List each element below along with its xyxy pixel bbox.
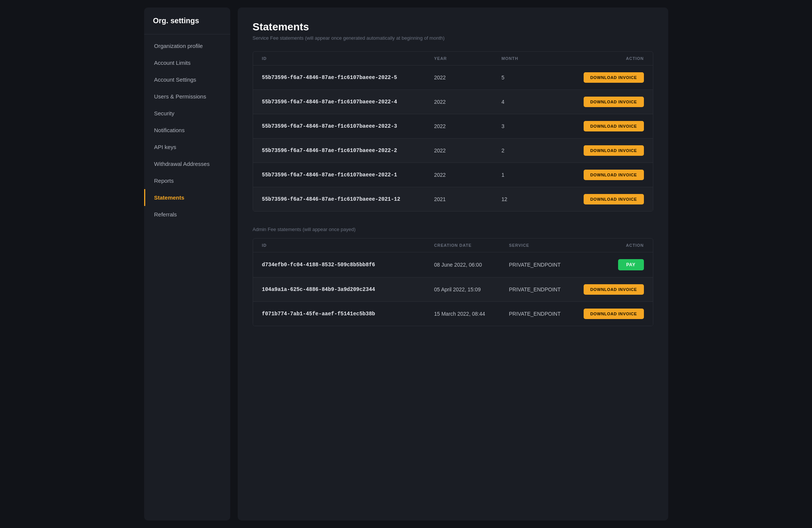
sidebar-nav: Organization profileAccount LimitsAccoun… bbox=[144, 34, 230, 223]
cell-action: DOWNLOAD INVOICE bbox=[569, 145, 644, 156]
service-fee-rows: 55b73596-f6a7-4846-87ae-f1c6107baeee-202… bbox=[253, 66, 653, 211]
download-invoice-button[interactable]: DOWNLOAD INVOICE bbox=[584, 97, 644, 107]
cell-id: d734efb0-fc04-4188-8532-509c8b5bb8f6 bbox=[262, 262, 434, 268]
sidebar-item-api-keys[interactable]: API keys bbox=[144, 139, 230, 155]
admin-fee-subtitle: Admin Fee statements (will appear once p… bbox=[253, 227, 653, 232]
cell-action: DOWNLOAD INVOICE bbox=[569, 97, 644, 107]
cell-id: 55b73596-f6a7-4846-87ae-f1c6107baeee-202… bbox=[262, 148, 434, 154]
sidebar-item-organization-profile[interactable]: Organization profile bbox=[144, 37, 230, 54]
cell-date: 05 April 2022, 15:09 bbox=[434, 286, 509, 292]
app-container: Org. settings Organization profileAccoun… bbox=[144, 7, 668, 521]
sidebar-title: Org. settings bbox=[144, 16, 230, 34]
cell-id: 55b73596-f6a7-4846-87ae-f1c6107baeee-202… bbox=[262, 172, 434, 178]
download-invoice-button[interactable]: DOWNLOAD INVOICE bbox=[584, 194, 644, 204]
col-month: MONTH bbox=[502, 56, 569, 61]
cell-action: DOWNLOAD INVOICE bbox=[584, 284, 644, 295]
cell-month: 5 bbox=[502, 75, 569, 81]
table-row: 55b73596-f6a7-4846-87ae-f1c6107baeee-202… bbox=[253, 90, 653, 114]
sidebar-item-withdrawal-addresses[interactable]: Withdrawal Addresses bbox=[144, 155, 230, 172]
table-row: d734efb0-fc04-4188-8532-509c8b5bb8f6 08 … bbox=[253, 252, 653, 277]
cell-action: DOWNLOAD INVOICE bbox=[569, 121, 644, 131]
sidebar-item-notifications[interactable]: Notifications bbox=[144, 122, 230, 139]
download-invoice-button[interactable]: DOWNLOAD INVOICE bbox=[584, 121, 644, 131]
col-service: SERVICE bbox=[509, 243, 584, 248]
cell-action: DOWNLOAD INVOICE bbox=[569, 194, 644, 204]
download-invoice-button[interactable]: DOWNLOAD INVOICE bbox=[584, 170, 644, 180]
col-action: ACTION bbox=[569, 56, 644, 61]
cell-id: f071b774-7ab1-45fe-aaef-f5141ec5b38b bbox=[262, 311, 434, 317]
cell-service: PRIVATE_ENDPOINT bbox=[509, 262, 584, 268]
cell-id: 104a9a1a-625c-4886-84b9-3a9d209c2344 bbox=[262, 286, 434, 292]
admin-fee-rows: d734efb0-fc04-4188-8532-509c8b5bb8f6 08 … bbox=[253, 252, 653, 326]
col-id: ID bbox=[262, 56, 434, 61]
service-fee-subtitle: Service Fee statements (will appear once… bbox=[253, 35, 653, 41]
cell-id: 55b73596-f6a7-4846-87ae-f1c6107baeee-202… bbox=[262, 196, 434, 202]
sidebar-item-account-limits[interactable]: Account Limits bbox=[144, 54, 230, 71]
cell-year: 2022 bbox=[434, 75, 502, 81]
cell-action: DOWNLOAD INVOICE bbox=[569, 170, 644, 180]
table-row: 55b73596-f6a7-4846-87ae-f1c6107baeee-202… bbox=[253, 187, 653, 211]
cell-month: 2 bbox=[502, 148, 569, 154]
cell-action: PAY bbox=[584, 259, 644, 270]
cell-service: PRIVATE_ENDPOINT bbox=[509, 286, 584, 292]
cell-year: 2022 bbox=[434, 99, 502, 105]
cell-month: 3 bbox=[502, 123, 569, 129]
col-id-admin: ID bbox=[262, 243, 434, 248]
download-invoice-button[interactable]: DOWNLOAD INVOICE bbox=[584, 145, 644, 156]
table-row: 55b73596-f6a7-4846-87ae-f1c6107baeee-202… bbox=[253, 139, 653, 163]
table-row: f071b774-7ab1-45fe-aaef-f5141ec5b38b 15 … bbox=[253, 302, 653, 326]
cell-date: 15 March 2022, 08:44 bbox=[434, 311, 509, 317]
cell-action: DOWNLOAD INVOICE bbox=[584, 309, 644, 319]
pay-button[interactable]: PAY bbox=[618, 259, 644, 270]
table-row: 55b73596-f6a7-4846-87ae-f1c6107baeee-202… bbox=[253, 114, 653, 139]
cell-service: PRIVATE_ENDPOINT bbox=[509, 311, 584, 317]
download-invoice-button[interactable]: DOWNLOAD INVOICE bbox=[584, 284, 644, 295]
sidebar-item-referrals[interactable]: Referrals bbox=[144, 206, 230, 223]
download-invoice-button[interactable]: DOWNLOAD INVOICE bbox=[584, 72, 644, 83]
table-row: 55b73596-f6a7-4846-87ae-f1c6107baeee-202… bbox=[253, 163, 653, 187]
cell-action: DOWNLOAD INVOICE bbox=[569, 72, 644, 83]
service-fee-table: ID YEAR MONTH ACTION 55b73596-f6a7-4846-… bbox=[253, 51, 653, 212]
service-fee-table-header: ID YEAR MONTH ACTION bbox=[253, 52, 653, 66]
cell-year: 2022 bbox=[434, 123, 502, 129]
sidebar-item-reports[interactable]: Reports bbox=[144, 172, 230, 189]
table-row: 55b73596-f6a7-4846-87ae-f1c6107baeee-202… bbox=[253, 66, 653, 90]
sidebar-item-users-permissions[interactable]: Users & Permissions bbox=[144, 88, 230, 105]
cell-month: 4 bbox=[502, 99, 569, 105]
download-invoice-button[interactable]: DOWNLOAD INVOICE bbox=[584, 309, 644, 319]
sidebar-item-statements[interactable]: Statements bbox=[144, 189, 230, 206]
col-year: YEAR bbox=[434, 56, 502, 61]
page-title: Statements bbox=[253, 21, 653, 33]
sidebar-item-account-settings[interactable]: Account Settings bbox=[144, 71, 230, 88]
col-action-admin: ACTION bbox=[584, 243, 644, 248]
sidebar-item-security[interactable]: Security bbox=[144, 105, 230, 122]
sidebar: Org. settings Organization profileAccoun… bbox=[144, 7, 230, 521]
cell-id: 55b73596-f6a7-4846-87ae-f1c6107baeee-202… bbox=[262, 75, 434, 81]
cell-month: 12 bbox=[502, 196, 569, 202]
cell-id: 55b73596-f6a7-4846-87ae-f1c6107baeee-202… bbox=[262, 123, 434, 129]
cell-year: 2021 bbox=[434, 196, 502, 202]
admin-fee-table: ID CREATION DATE SERVICE ACTION d734efb0… bbox=[253, 238, 653, 326]
cell-id: 55b73596-f6a7-4846-87ae-f1c6107baeee-202… bbox=[262, 99, 434, 105]
cell-date: 08 June 2022, 06:00 bbox=[434, 262, 509, 268]
cell-year: 2022 bbox=[434, 148, 502, 154]
main-content: Statements Service Fee statements (will … bbox=[238, 7, 668, 521]
cell-month: 1 bbox=[502, 172, 569, 178]
table-row: 104a9a1a-625c-4886-84b9-3a9d209c2344 05 … bbox=[253, 277, 653, 302]
cell-year: 2022 bbox=[434, 172, 502, 178]
admin-fee-table-header: ID CREATION DATE SERVICE ACTION bbox=[253, 239, 653, 252]
col-creation-date: CREATION DATE bbox=[434, 243, 509, 248]
